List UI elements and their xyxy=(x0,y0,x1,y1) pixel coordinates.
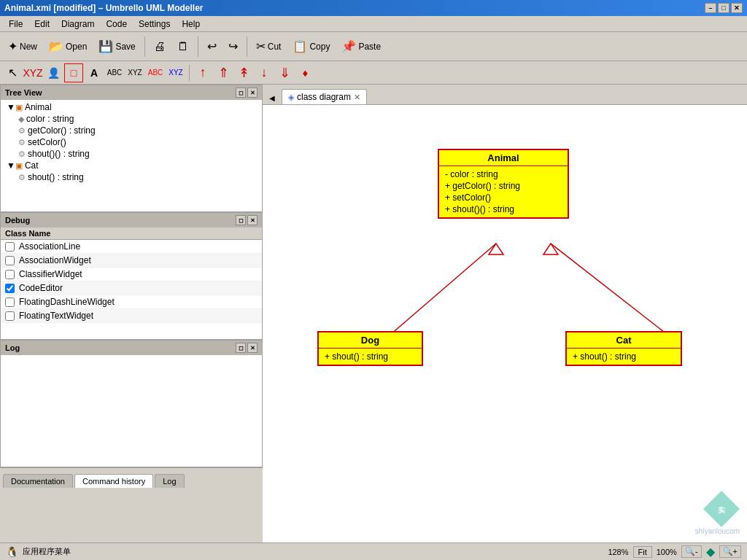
tree-view-title: Tree View xyxy=(5,88,42,97)
menu-help[interactable]: Help xyxy=(176,18,206,31)
tree-item-setcolor[interactable]: ⚙ setColor() xyxy=(2,136,260,148)
fit-button[interactable]: Fit xyxy=(633,546,652,558)
debug-column-header: Class Name xyxy=(1,228,262,240)
uml-method-shout-animal: + shout()() : string xyxy=(445,203,562,215)
menu-diagram[interactable]: Diagram xyxy=(55,18,100,31)
tree-item-cat[interactable]: ▼ ▣ Cat xyxy=(2,160,260,171)
print-preview-button[interactable]: 🗒 xyxy=(172,35,194,58)
tab-documentation[interactable]: Documentation xyxy=(3,474,73,488)
paste-icon: 📌 xyxy=(341,39,356,53)
uml-class-animal[interactable]: Animal - color : string + getColor() : s… xyxy=(438,149,569,219)
app-logo-icon: 🐧 xyxy=(6,546,18,558)
expand-icon-animal: ▼ xyxy=(7,102,15,112)
checkbox-code-editor[interactable] xyxy=(5,284,15,293)
debug-row-floating-text[interactable]: FloatingTextWidget xyxy=(1,309,262,323)
zoom-out-button[interactable]: 🔍- xyxy=(681,545,702,558)
toolbar2-sep-1 xyxy=(189,65,190,81)
tree-item-shout-animal[interactable]: ⚙ shout()() : string xyxy=(2,148,260,160)
log-float-btn[interactable]: ◻ xyxy=(236,343,246,353)
checkbox-association-widget[interactable] xyxy=(5,256,15,265)
save-label: Save xyxy=(115,42,135,52)
tree-content[interactable]: ▼ ▣ Animal ◆ color : string ⚙ getColor()… xyxy=(1,100,262,211)
entity-tool[interactable]: XYZ xyxy=(23,63,42,82)
debug-row-floating-dash[interactable]: FloatingDashLineWidget xyxy=(1,295,262,309)
debug-row-code-editor[interactable]: CodeEditor xyxy=(1,281,262,295)
menu-file[interactable]: File xyxy=(3,18,28,31)
menu-edit[interactable]: Edit xyxy=(28,18,55,31)
tab-command-history[interactable]: Command history xyxy=(74,474,153,488)
separator-1 xyxy=(144,36,145,57)
menu-settings[interactable]: Settings xyxy=(133,18,176,31)
debug-row-association-widget[interactable]: AssociationWidget xyxy=(1,254,262,268)
debug-row-classifier-widget[interactable]: ClassifierWidget xyxy=(1,268,262,281)
label-tool[interactable]: XYZ xyxy=(166,63,185,82)
menu-code[interactable]: Code xyxy=(100,18,133,31)
tree-item-animal[interactable]: ▼ ▣ Animal xyxy=(2,101,260,113)
separator-3 xyxy=(247,36,247,57)
arrow-down-solid[interactable]: ↓ xyxy=(255,63,274,82)
main-area: Tree View ◻ ✕ ▼ ▣ Animal ◆ color : strin… xyxy=(0,85,747,542)
debug-close-btn[interactable]: ✕ xyxy=(247,215,258,225)
debug-row-association-line[interactable]: AssociationLine xyxy=(1,240,262,254)
text-tool-1[interactable]: A xyxy=(85,63,104,82)
checkbox-association-line[interactable] xyxy=(5,242,15,252)
uml-class-cat[interactable]: Cat + shout() : string xyxy=(565,331,682,366)
arrow-down-open[interactable]: ⇓ xyxy=(275,63,294,82)
close-button[interactable]: ✕ xyxy=(731,3,743,13)
arrow-up-open[interactable]: ⇑ xyxy=(214,63,233,82)
redo-icon: ↪ xyxy=(228,39,238,53)
label-floating-dash: FloatingDashLineWidget xyxy=(19,297,115,307)
zoom-in-button[interactable]: 🔍+ xyxy=(719,545,741,558)
main-toolbar: ✦ New 📂 Open 💾 Save 🖨 🗒 ↩ ↪ ✂ Cut 📋 Copy… xyxy=(0,32,747,61)
text-tool-3[interactable]: XYZ xyxy=(125,63,144,82)
title-bar: Animal.xmi [modified] – Umbrello UML Mod… xyxy=(0,0,747,16)
paste-button[interactable]: 📌 Paste xyxy=(336,35,386,58)
diagram-nav-prev[interactable]: ◀ xyxy=(266,91,279,104)
diagram-canvas[interactable]: Animal - color : string + getColor() : s… xyxy=(263,105,747,542)
select-tool[interactable]: ↖ xyxy=(3,63,22,82)
cut-button[interactable]: ✂ Cut xyxy=(251,35,287,58)
checkbox-classifier-widget[interactable] xyxy=(5,270,15,279)
text-tool-4[interactable]: ABC xyxy=(146,63,165,82)
rect-tool[interactable]: □ xyxy=(64,63,83,82)
zoom-level: 128% xyxy=(608,548,628,556)
tree-view-float-btn[interactable]: ◻ xyxy=(236,88,246,98)
zoom-percent: 100% xyxy=(657,548,677,556)
minimize-button[interactable]: – xyxy=(705,3,716,13)
checkbox-floating-text[interactable] xyxy=(5,311,15,321)
log-close-btn[interactable]: ✕ xyxy=(247,343,258,353)
status-right: 128% Fit 100% 🔍- ◆ 🔍+ xyxy=(608,545,741,559)
app-menu-label: 应用程序菜单 xyxy=(23,546,71,557)
op-icon-getcolor: ⚙ xyxy=(18,126,26,136)
uml-class-dog[interactable]: Dog + shout() : string xyxy=(317,331,423,366)
arrow-down-diamond[interactable]: ⬧ xyxy=(295,63,314,82)
diagram-tab-icon: ◈ xyxy=(288,93,294,102)
tree-item-shout-cat[interactable]: ⚙ shout() : string xyxy=(2,171,260,183)
arrow-up-solid[interactable]: ↑ xyxy=(193,63,212,82)
actor-tool[interactable]: 👤 xyxy=(44,63,63,82)
new-button[interactable]: ✦ New xyxy=(3,35,42,58)
arrow-up-dashed[interactable]: ↟ xyxy=(234,63,253,82)
diagram-tab-close-btn[interactable]: ✕ xyxy=(354,93,360,102)
diagram-tab-class[interactable]: ◈ class diagram ✕ xyxy=(282,89,367,104)
tab-log[interactable]: Log xyxy=(155,474,184,488)
save-icon: 💾 xyxy=(98,39,113,53)
save-button[interactable]: 💾 Save xyxy=(93,35,140,58)
undo-button[interactable]: ↩ xyxy=(202,35,222,58)
text-tool-2[interactable]: ABC xyxy=(105,63,124,82)
open-button[interactable]: 📂 Open xyxy=(44,35,92,58)
log-header: Log ◻ ✕ xyxy=(1,341,262,355)
uml-class-animal-title: Animal xyxy=(439,150,568,166)
tree-view-close-btn[interactable]: ✕ xyxy=(247,88,258,98)
label-association-line: AssociationLine xyxy=(19,241,80,252)
checkbox-floating-dash[interactable] xyxy=(5,298,15,307)
scissors-icon: ✂ xyxy=(256,39,266,53)
print-button[interactable]: 🖨 xyxy=(149,35,171,58)
debug-float-btn[interactable]: ◻ xyxy=(236,215,246,225)
copy-button[interactable]: 📋 Copy xyxy=(287,35,335,58)
maximize-button[interactable]: □ xyxy=(718,3,729,13)
redo-button[interactable]: ↪ xyxy=(223,35,243,58)
tree-item-getcolor[interactable]: ⚙ getColor() : string xyxy=(2,125,260,136)
tree-item-color[interactable]: ◆ color : string xyxy=(2,113,260,125)
new-label: New xyxy=(20,42,37,52)
